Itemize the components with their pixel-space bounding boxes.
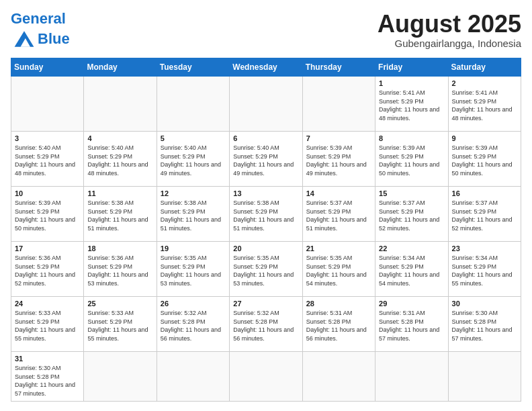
day-info: Sunrise: 5:40 AM Sunset: 5:29 PM Dayligh…	[87, 144, 152, 177]
page-header: General Blue August 2025 Gubengairlangga…	[11, 11, 521, 51]
logo-icon	[12, 27, 36, 51]
day-info: Sunrise: 5:33 AM Sunset: 5:29 PM Dayligh…	[15, 309, 80, 342]
calendar-cell: 15Sunrise: 5:37 AM Sunset: 5:29 PM Dayli…	[375, 187, 448, 242]
calendar-table: SundayMondayTuesdayWednesdayThursdayFrid…	[11, 58, 521, 401]
calendar-cell	[448, 352, 521, 401]
calendar-body: 1Sunrise: 5:41 AM Sunset: 5:29 PM Daylig…	[11, 77, 521, 401]
calendar-cell: 11Sunrise: 5:38 AM Sunset: 5:29 PM Dayli…	[84, 187, 157, 242]
day-info: Sunrise: 5:35 AM Sunset: 5:29 PM Dayligh…	[161, 254, 226, 287]
day-info: Sunrise: 5:39 AM Sunset: 5:29 PM Dayligh…	[379, 144, 444, 177]
day-info: Sunrise: 5:41 AM Sunset: 5:29 PM Dayligh…	[379, 89, 444, 122]
logo: General Blue	[11, 11, 70, 51]
calendar-cell: 31Sunrise: 5:30 AM Sunset: 5:28 PM Dayli…	[11, 352, 84, 401]
day-number: 10	[15, 189, 80, 197]
day-info: Sunrise: 5:30 AM Sunset: 5:28 PM Dayligh…	[15, 364, 80, 398]
day-info: Sunrise: 5:38 AM Sunset: 5:29 PM Dayligh…	[87, 199, 152, 232]
calendar-cell: 27Sunrise: 5:32 AM Sunset: 5:28 PM Dayli…	[230, 297, 302, 352]
day-info: Sunrise: 5:40 AM Sunset: 5:29 PM Dayligh…	[15, 144, 80, 177]
day-number: 18	[87, 244, 152, 253]
day-number: 31	[15, 355, 80, 363]
calendar-cell: 19Sunrise: 5:35 AM Sunset: 5:29 PM Dayli…	[157, 242, 229, 297]
day-number: 22	[379, 244, 444, 253]
day-number: 11	[87, 189, 152, 197]
calendar-week-6: 31Sunrise: 5:30 AM Sunset: 5:28 PM Dayli…	[11, 352, 521, 401]
day-number: 4	[87, 134, 152, 142]
day-number: 12	[161, 189, 226, 197]
calendar-cell: 29Sunrise: 5:31 AM Sunset: 5:28 PM Dayli…	[375, 297, 448, 352]
day-info: Sunrise: 5:40 AM Sunset: 5:29 PM Dayligh…	[233, 144, 298, 177]
day-number: 21	[306, 244, 371, 253]
calendar-cell: 12Sunrise: 5:38 AM Sunset: 5:29 PM Dayli…	[157, 187, 229, 242]
day-number: 25	[87, 300, 152, 308]
calendar-cell: 9Sunrise: 5:39 AM Sunset: 5:29 PM Daylig…	[448, 132, 521, 187]
calendar-cell: 6Sunrise: 5:40 AM Sunset: 5:29 PM Daylig…	[230, 132, 302, 187]
day-number: 17	[15, 244, 80, 253]
day-info: Sunrise: 5:38 AM Sunset: 5:29 PM Dayligh…	[161, 199, 226, 232]
day-info: Sunrise: 5:35 AM Sunset: 5:29 PM Dayligh…	[306, 254, 371, 287]
day-info: Sunrise: 5:39 AM Sunset: 5:29 PM Dayligh…	[452, 144, 517, 177]
calendar-cell: 28Sunrise: 5:31 AM Sunset: 5:28 PM Dayli…	[302, 297, 375, 352]
day-number: 23	[452, 244, 517, 253]
day-number: 8	[379, 134, 444, 142]
calendar-cell: 10Sunrise: 5:39 AM Sunset: 5:29 PM Dayli…	[11, 187, 84, 242]
weekday-header-friday: Friday	[375, 58, 448, 77]
day-info: Sunrise: 5:37 AM Sunset: 5:29 PM Dayligh…	[306, 199, 371, 232]
day-number: 16	[452, 189, 517, 197]
day-number: 30	[452, 300, 517, 308]
day-number: 19	[161, 244, 226, 253]
weekday-header-wednesday: Wednesday	[230, 58, 302, 77]
day-info: Sunrise: 5:40 AM Sunset: 5:29 PM Dayligh…	[161, 144, 226, 177]
day-info: Sunrise: 5:39 AM Sunset: 5:29 PM Dayligh…	[306, 144, 371, 177]
day-number: 2	[452, 79, 517, 87]
calendar-cell: 14Sunrise: 5:37 AM Sunset: 5:29 PM Dayli…	[302, 187, 375, 242]
calendar-cell	[157, 77, 229, 132]
day-info: Sunrise: 5:35 AM Sunset: 5:29 PM Dayligh…	[233, 254, 298, 287]
day-info: Sunrise: 5:41 AM Sunset: 5:29 PM Dayligh…	[452, 89, 517, 122]
calendar-subtitle: Gubengairlangga, Indonesia	[378, 38, 521, 49]
weekday-header-sunday: Sunday	[11, 58, 84, 77]
day-number: 27	[233, 300, 298, 308]
calendar-week-2: 3Sunrise: 5:40 AM Sunset: 5:29 PM Daylig…	[11, 132, 521, 187]
calendar-cell	[84, 352, 157, 401]
calendar-cell	[302, 77, 375, 132]
calendar-cell: 26Sunrise: 5:32 AM Sunset: 5:28 PM Dayli…	[157, 297, 229, 352]
day-number: 14	[306, 189, 371, 197]
day-number: 9	[452, 134, 517, 142]
calendar-cell: 20Sunrise: 5:35 AM Sunset: 5:29 PM Dayli…	[230, 242, 302, 297]
day-info: Sunrise: 5:39 AM Sunset: 5:29 PM Dayligh…	[15, 199, 80, 232]
calendar-cell: 5Sunrise: 5:40 AM Sunset: 5:29 PM Daylig…	[157, 132, 229, 187]
calendar-cell	[157, 352, 229, 401]
day-info: Sunrise: 5:30 AM Sunset: 5:28 PM Dayligh…	[452, 309, 517, 342]
calendar-cell: 17Sunrise: 5:36 AM Sunset: 5:29 PM Dayli…	[11, 242, 84, 297]
weekday-header-saturday: Saturday	[448, 58, 521, 77]
calendar-cell: 13Sunrise: 5:38 AM Sunset: 5:29 PM Dayli…	[230, 187, 302, 242]
day-info: Sunrise: 5:34 AM Sunset: 5:29 PM Dayligh…	[452, 254, 517, 287]
calendar-cell	[375, 352, 448, 401]
calendar-cell: 8Sunrise: 5:39 AM Sunset: 5:29 PM Daylig…	[375, 132, 448, 187]
calendar-week-1: 1Sunrise: 5:41 AM Sunset: 5:29 PM Daylig…	[11, 77, 521, 132]
day-info: Sunrise: 5:34 AM Sunset: 5:29 PM Dayligh…	[379, 254, 444, 287]
day-number: 3	[15, 134, 80, 142]
weekday-header-monday: Monday	[84, 58, 157, 77]
day-number: 1	[379, 79, 444, 87]
calendar-cell: 4Sunrise: 5:40 AM Sunset: 5:29 PM Daylig…	[84, 132, 157, 187]
calendar-cell: 3Sunrise: 5:40 AM Sunset: 5:29 PM Daylig…	[11, 132, 84, 187]
day-info: Sunrise: 5:37 AM Sunset: 5:29 PM Dayligh…	[452, 199, 517, 232]
day-number: 26	[161, 300, 226, 308]
calendar-title: August 2025	[378, 11, 521, 38]
title-block: August 2025 Gubengairlangga, Indonesia	[378, 11, 521, 49]
day-info: Sunrise: 5:36 AM Sunset: 5:29 PM Dayligh…	[15, 254, 80, 287]
logo-blue: Blue	[38, 30, 70, 48]
calendar-cell	[302, 352, 375, 401]
day-number: 20	[233, 244, 298, 253]
calendar-cell: 25Sunrise: 5:33 AM Sunset: 5:29 PM Dayli…	[84, 297, 157, 352]
calendar-week-4: 17Sunrise: 5:36 AM Sunset: 5:29 PM Dayli…	[11, 242, 521, 297]
day-number: 24	[15, 300, 80, 308]
day-info: Sunrise: 5:37 AM Sunset: 5:29 PM Dayligh…	[379, 199, 444, 232]
day-info: Sunrise: 5:33 AM Sunset: 5:29 PM Dayligh…	[87, 309, 152, 342]
weekday-header-tuesday: Tuesday	[157, 58, 229, 77]
day-info: Sunrise: 5:32 AM Sunset: 5:28 PM Dayligh…	[233, 309, 298, 342]
calendar-week-3: 10Sunrise: 5:39 AM Sunset: 5:29 PM Dayli…	[11, 187, 521, 242]
calendar-cell	[230, 352, 302, 401]
calendar-cell: 18Sunrise: 5:36 AM Sunset: 5:29 PM Dayli…	[84, 242, 157, 297]
